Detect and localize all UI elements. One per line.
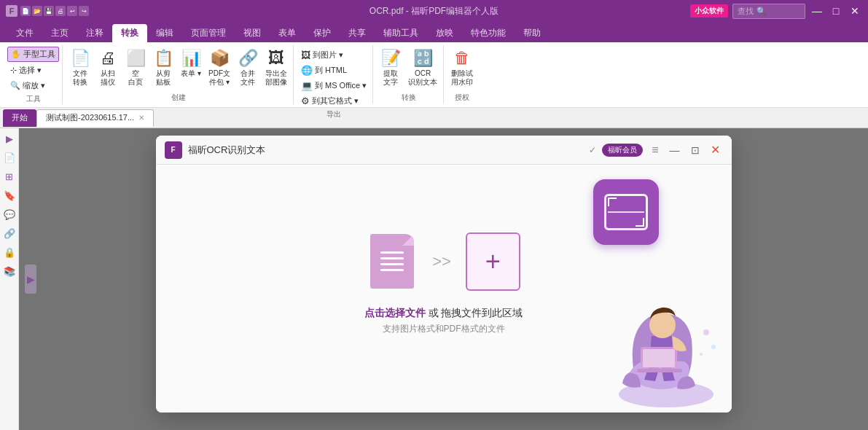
file-shape: [370, 234, 414, 289]
merge-btn[interactable]: 🔗 合并文件: [235, 47, 261, 88]
to-html-label: 到 HTML: [315, 65, 347, 76]
tab-protect[interactable]: 保护: [305, 24, 340, 42]
svg-point-7: [700, 353, 703, 356]
clipboard-btn[interactable]: 📋 从剪贴板: [150, 47, 176, 88]
click-select-label[interactable]: 点击选择文件: [364, 307, 426, 318]
create-items: 📄 文件转换 🖨 从扫描仪 ⬜ 空白页 📋 从剪贴板 📊 表单 ▾ 📦 P: [67, 47, 290, 91]
dialog-title-left: F 福昕OCR识别文本: [165, 141, 266, 159]
extract-text-btn[interactable]: 📝 提取文字: [378, 47, 404, 88]
member-badge[interactable]: 福昕会员: [602, 144, 643, 157]
tab-close-icon[interactable]: ✕: [138, 114, 144, 122]
to-html-icon: 🌐: [301, 65, 313, 76]
tab-view[interactable]: 视图: [235, 24, 270, 42]
other-icon: ⚙: [301, 95, 310, 106]
ocr-scanner-frame: [604, 194, 648, 230]
tab-form[interactable]: 表单: [270, 24, 305, 42]
search-box[interactable]: 查找 🔍: [732, 4, 805, 19]
upload-text-area: 点击选择文件 或 拖拽文件到此区域 支持图片格式和PDF格式的文件: [364, 307, 523, 335]
window-restore-btn[interactable]: □: [829, 4, 843, 18]
tab-file[interactable]: 文件: [7, 24, 42, 42]
dialog-title-right: ✓ 福昕会员 ≡ — ⊡ ✕: [589, 143, 722, 157]
blank-page-btn[interactable]: ⬜ 空白页: [122, 47, 149, 88]
tab-page-manage[interactable]: 页面管理: [182, 24, 235, 42]
hand-tool-btn[interactable]: ✋ 手型工具: [7, 47, 59, 62]
hand-icon: ✋: [11, 50, 21, 59]
tab-start[interactable]: 开始: [3, 109, 36, 127]
export-images-btn[interactable]: 🖼 导出全部图像: [262, 47, 290, 88]
tab-special[interactable]: 特色功能: [462, 24, 515, 42]
tab-bar: 开始 测试制图-20230615.17... ✕: [0, 108, 868, 128]
remove-watermark-btn[interactable]: 🗑 删除试用水印: [448, 47, 476, 88]
to-other-btn[interactable]: ⚙ 到其它格式 ▾: [298, 94, 370, 108]
select-tool-btn[interactable]: ⊹ 选择 ▾: [7, 63, 59, 77]
ocr-device-icon: [593, 179, 659, 245]
merge-icon: 🔗: [238, 48, 258, 69]
ribbon-group-tools: ✋ 手型工具 ⊹ 选择 ▾ 🔍 缩放 ▾ 工具: [4, 45, 63, 104]
tab-share[interactable]: 共享: [340, 24, 375, 42]
form-btn[interactable]: 📊 表单 ▾: [178, 47, 204, 79]
create-group-label: 创建: [171, 91, 186, 103]
clipboard-label: 从剪贴板: [156, 69, 171, 87]
tab-convert[interactable]: 转换: [112, 24, 147, 42]
images-label: 导出全部图像: [265, 69, 287, 87]
save-btn[interactable]: 💾: [44, 6, 54, 16]
images-icon: 🖼: [266, 48, 286, 69]
sidebar-icon-bookmark[interactable]: 🔖: [2, 188, 17, 203]
app-logo-icon: F: [6, 5, 17, 17]
scanner-btn[interactable]: 🖨 从扫描仪: [95, 47, 121, 88]
tab-home[interactable]: 主页: [42, 24, 77, 42]
sidebar-icon-link[interactable]: 🔗: [2, 226, 17, 241]
clipboard-icon: 📋: [153, 48, 173, 69]
ribbon-group-convert: 📝 提取文字 🔡 OCR识别文本 转换: [375, 45, 444, 104]
zoom-label: 缩放 ▾: [23, 80, 45, 91]
zoom-tool-btn[interactable]: 🔍 缩放 ▾: [7, 79, 59, 93]
tab-edit[interactable]: 编辑: [147, 24, 182, 42]
to-image-label: 到图片 ▾: [313, 50, 343, 60]
sidebar-icon-layers[interactable]: ⊞: [2, 169, 17, 184]
dialog-restore-btn[interactable]: ⊡: [688, 143, 703, 157]
upload-btn[interactable]: +: [466, 232, 520, 291]
sidebar-icon-layers2[interactable]: 📚: [2, 264, 17, 278]
tab-tools[interactable]: 辅助工具: [375, 24, 427, 42]
sidebar-icon-comment[interactable]: 💬: [2, 207, 17, 222]
svg-point-1: [649, 312, 676, 338]
tab-presentation[interactable]: 放映: [427, 24, 462, 42]
svg-rect-4: [637, 369, 682, 372]
sidebar-icon-page[interactable]: 📄: [2, 150, 17, 165]
tab-help[interactable]: 帮助: [515, 24, 550, 42]
to-image-icon: 🖼: [301, 50, 310, 60]
tab-document[interactable]: 测试制图-20230615.17... ✕: [36, 109, 154, 127]
file-line-1: [380, 251, 404, 254]
upload-main-text: 点击选择文件 或 拖拽文件到此区域: [364, 307, 523, 320]
search-icon: 🔍: [756, 7, 767, 16]
window-close-btn[interactable]: ✕: [848, 4, 862, 18]
to-html-btn[interactable]: 🌐 到 HTML: [298, 63, 370, 77]
upload-sub-text: 支持图片格式和PDF格式的文件: [364, 323, 523, 335]
form-label: 表单 ▾: [181, 69, 201, 78]
sidebar-icon-arrow[interactable]: ▶: [2, 131, 17, 146]
open-btn[interactable]: 📂: [32, 6, 42, 16]
to-ms-office-btn[interactable]: 💻 到 MS Office ▾: [298, 79, 370, 93]
file-convert-btn[interactable]: 📄 文件转换: [67, 47, 93, 88]
window-minimize-btn[interactable]: —: [810, 4, 824, 18]
extract-label: 提取文字: [383, 69, 398, 87]
ocr-btn[interactable]: 🔡 OCR识别文本: [405, 47, 440, 88]
dialog-title-text: 福昕OCR识别文本: [188, 144, 266, 157]
to-image-btn[interactable]: 🖼 到图片 ▾: [298, 48, 370, 62]
tab-annotation[interactable]: 注释: [77, 24, 112, 42]
new-file-btn[interactable]: 📄: [20, 6, 31, 16]
left-sidebar: ▶ 📄 ⊞ 🔖 💬 🔗 🔒 📚: [0, 128, 19, 430]
dialog-close-btn[interactable]: ✕: [708, 143, 723, 157]
package-label: PDF文件包 ▾: [208, 69, 230, 87]
pdf-package-btn[interactable]: 📦 PDF文件包 ▾: [206, 47, 233, 88]
person-svg: [593, 267, 724, 413]
redo-btn[interactable]: ↪: [79, 6, 89, 16]
file-convert-icon: 📄: [70, 48, 90, 69]
print-btn[interactable]: 🖨: [55, 6, 66, 16]
undo-btn[interactable]: ↩: [67, 6, 77, 16]
ribbon-toolbar: ✋ 手型工具 ⊹ 选择 ▾ 🔍 缩放 ▾ 工具 📄 文件转换: [0, 42, 868, 108]
blank-icon: ⬜: [125, 48, 146, 69]
dialog-logo: F: [165, 141, 182, 159]
dialog-minimize-btn[interactable]: —: [668, 143, 682, 157]
sidebar-icon-lock[interactable]: 🔒: [2, 245, 17, 259]
